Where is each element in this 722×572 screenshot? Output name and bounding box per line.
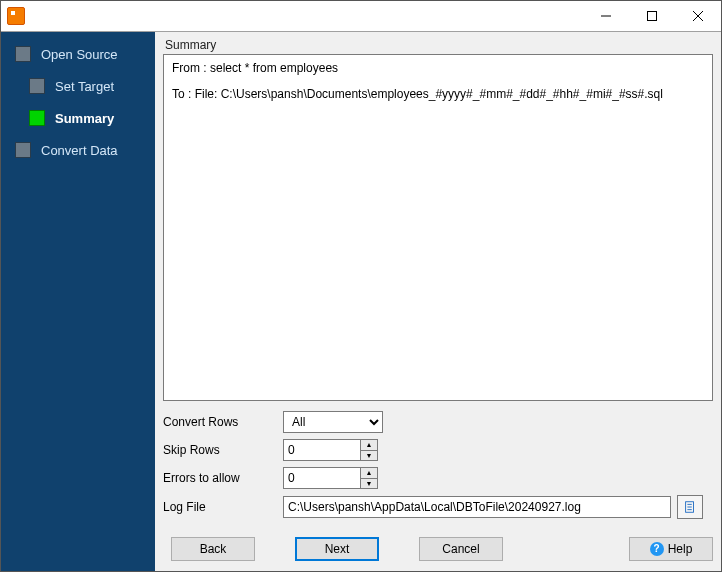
skip-rows-row: Skip Rows ▲ ▼ [163,439,713,461]
next-button[interactable]: Next [295,537,379,561]
log-file-input[interactable] [283,496,671,518]
maximize-button[interactable] [629,1,675,31]
wizard-sidebar: Open Source Set Target Summary Convert D… [1,32,155,571]
document-icon [683,500,697,514]
convert-rows-label: Convert Rows [163,415,283,429]
button-bar: Back Next Cancel ? Help [163,535,713,563]
log-file-label: Log File [163,500,283,514]
step-indicator-icon [15,142,31,158]
main-panel: Summary From : select * from employees T… [155,32,721,571]
body: Open Source Set Target Summary Convert D… [1,31,721,571]
spin-up-icon[interactable]: ▲ [361,468,377,479]
step-indicator-icon [15,46,31,62]
skip-rows-label: Skip Rows [163,443,283,457]
errors-allow-label: Errors to allow [163,471,283,485]
step-set-target[interactable]: Set Target [1,74,155,98]
cancel-button[interactable]: Cancel [419,537,503,561]
summary-textarea[interactable]: From : select * from employees To : File… [163,54,713,401]
close-icon [693,11,703,21]
log-file-row: Log File [163,495,713,519]
errors-allow-row: Errors to allow ▲ ▼ [163,467,713,489]
summary-to-line: To : File: C:\Users\pansh\Documents\empl… [172,87,704,101]
help-icon: ? [650,542,664,556]
minimize-icon [601,11,611,21]
section-title: Summary [163,38,713,52]
app-icon [7,7,25,25]
skip-rows-input[interactable] [283,439,361,461]
convert-rows-row: Convert Rows All [163,411,713,433]
step-convert-data[interactable]: Convert Data [1,138,155,162]
options-form: Convert Rows All Skip Rows ▲ ▼ [163,411,713,525]
errors-allow-input[interactable] [283,467,361,489]
svg-rect-1 [648,12,657,21]
step-indicator-icon [29,110,45,126]
step-open-source[interactable]: Open Source [1,42,155,66]
spin-up-icon[interactable]: ▲ [361,440,377,451]
step-summary[interactable]: Summary [1,106,155,130]
skip-rows-stepper: ▲ ▼ [283,439,378,461]
step-label: Summary [55,111,114,126]
back-button[interactable]: Back [171,537,255,561]
errors-allow-stepper: ▲ ▼ [283,467,378,489]
minimize-button[interactable] [583,1,629,31]
step-label: Set Target [55,79,114,94]
help-button[interactable]: ? Help [629,537,713,561]
step-label: Open Source [41,47,118,62]
maximize-icon [647,11,657,21]
convert-rows-select[interactable]: All [283,411,383,433]
spin-down-icon[interactable]: ▼ [361,479,377,489]
close-button[interactable] [675,1,721,31]
titlebar [1,1,721,31]
app-window: Open Source Set Target Summary Convert D… [0,0,722,572]
window-controls [583,1,721,31]
step-indicator-icon [29,78,45,94]
spin-down-icon[interactable]: ▼ [361,451,377,461]
log-file-browse-button[interactable] [677,495,703,519]
step-label: Convert Data [41,143,118,158]
summary-from-line: From : select * from employees [172,61,704,75]
